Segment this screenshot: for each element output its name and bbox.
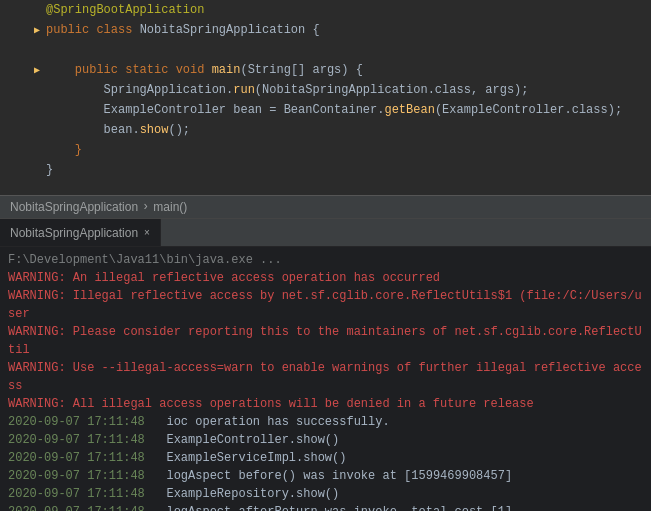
code-line-8: } (0, 140, 651, 160)
code-line-3 (0, 40, 651, 60)
console-log-6: 2020-09-07 17:11:48 logAspect afterRetur… (0, 503, 651, 511)
console-warning-4: WARNING: Use --illegal-access=warn to en… (0, 359, 651, 395)
console-tab-bar: NobitaSpringApplication × (0, 219, 651, 247)
warning-text-1: WARNING: An illegal reflective access op… (8, 269, 440, 287)
log-msg-1: ioc operation has successfully. (145, 413, 390, 431)
arrow-2: ▶ (30, 24, 44, 36)
console-log-3: 2020-09-07 17:11:48 ExampleServiceImpl.s… (0, 449, 651, 467)
log-ts-6: 2020-09-07 17:11:48 (8, 503, 145, 511)
warning-text-3: WARNING: Please consider reporting this … (8, 323, 643, 359)
log-ts-2: 2020-09-07 17:11:48 (8, 431, 145, 449)
code-segment: ExampleController bean = BeanContainer.g… (44, 103, 622, 117)
log-ts-5: 2020-09-07 17:11:48 (8, 485, 145, 503)
code-segment: } (44, 163, 53, 177)
code-segment: SpringApplication.run(NobitaSpringApplic… (44, 83, 529, 97)
code-annotation: @SpringBootApplication (44, 3, 204, 17)
log-msg-6: logAspect afterReturn was invoke ,total … (145, 503, 512, 511)
code-segment: public class NobitaSpringApplication { (44, 23, 320, 37)
log-ts-4: 2020-09-07 17:11:48 (8, 467, 145, 485)
breadcrumb-bar: NobitaSpringApplication › main() (0, 195, 651, 219)
console-log-4: 2020-09-07 17:11:48 logAspect before() w… (0, 467, 651, 485)
log-ts-3: 2020-09-07 17:11:48 (8, 449, 145, 467)
arrow-4: ▶ (30, 64, 44, 76)
console-warning-1: WARNING: An illegal reflective access op… (0, 269, 651, 287)
code-blank (44, 43, 53, 57)
code-line-5: SpringApplication.run(NobitaSpringApplic… (0, 80, 651, 100)
code-segment: bean.show(); (44, 123, 190, 137)
warning-text-5: WARNING: All illegal access operations w… (8, 395, 534, 413)
code-editor: @SpringBootApplication ▶ public class No… (0, 0, 651, 195)
log-ts-1: 2020-09-07 17:11:48 (8, 413, 145, 431)
console-warning-3: WARNING: Please consider reporting this … (0, 323, 651, 359)
console-log-5: 2020-09-07 17:11:48 ExampleRepository.sh… (0, 485, 651, 503)
console-tab[interactable]: NobitaSpringApplication × (0, 219, 161, 246)
warning-text-4: WARNING: Use --illegal-access=warn to en… (8, 359, 643, 395)
warning-text-2: WARNING: Illegal reflective access by ne… (8, 287, 643, 323)
breadcrumb-class: NobitaSpringApplication (10, 200, 138, 214)
console-log-2: 2020-09-07 17:11:48 ExampleController.sh… (0, 431, 651, 449)
code-line-1: @SpringBootApplication (0, 0, 651, 20)
console-output: F:\Development\Java11\bin\java.exe ... W… (0, 247, 651, 511)
breadcrumb-separator: › (142, 200, 149, 214)
code-line-4: ▶ public static void main(String[] args)… (0, 60, 651, 80)
console-warning-5: WARNING: All illegal access operations w… (0, 395, 651, 413)
console-path-text: F:\Development\Java11\bin\java.exe ... (8, 251, 282, 269)
tab-close-button[interactable]: × (144, 227, 150, 238)
log-msg-2: ExampleController.show() (145, 431, 339, 449)
log-msg-3: ExampleServiceImpl.show() (145, 449, 347, 467)
log-msg-4: logAspect before() was invoke at [159946… (145, 467, 512, 485)
console-log-1: 2020-09-07 17:11:48 ioc operation has su… (0, 413, 651, 431)
log-msg-5: ExampleRepository.show() (145, 485, 339, 503)
code-segment: public static void main(String[] args) { (44, 63, 363, 77)
code-segment: } (44, 143, 82, 157)
breadcrumb-method: main() (153, 200, 187, 214)
console-path-line: F:\Development\Java11\bin\java.exe ... (0, 251, 651, 269)
code-line-9: } (0, 160, 651, 180)
code-line-2: ▶ public class NobitaSpringApplication { (0, 20, 651, 40)
code-line-6: ExampleController bean = BeanContainer.g… (0, 100, 651, 120)
console-warning-2: WARNING: Illegal reflective access by ne… (0, 287, 651, 323)
tab-label: NobitaSpringApplication (10, 226, 138, 240)
code-line-7: bean.show(); (0, 120, 651, 140)
